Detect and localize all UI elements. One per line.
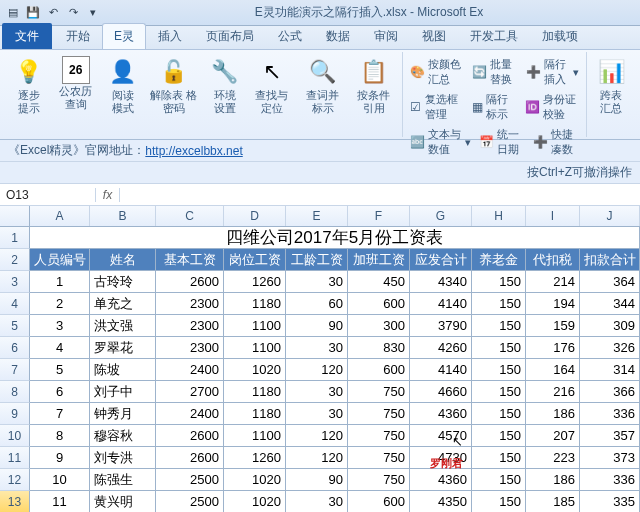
- btn-read-mode[interactable]: 👤阅读 模式: [102, 54, 143, 117]
- tab-review[interactable]: 审阅: [362, 23, 410, 49]
- cell[interactable]: 207: [526, 425, 580, 447]
- cell[interactable]: 1180: [224, 293, 286, 315]
- cell[interactable]: 钟秀月: [90, 403, 156, 425]
- tab-view[interactable]: 视图: [410, 23, 458, 49]
- btn-interval-insert[interactable]: ➕隔行插入▾: [523, 56, 582, 88]
- rowhead-12[interactable]: 12: [0, 469, 30, 491]
- hdr-3[interactable]: 岗位工资: [224, 249, 286, 271]
- cell[interactable]: 150: [472, 491, 526, 512]
- cell[interactable]: 2500: [156, 469, 224, 491]
- cell[interactable]: 830: [348, 337, 410, 359]
- tab-home[interactable]: 开始: [54, 23, 102, 49]
- btn-conditional-ref[interactable]: 📋按条件 引用: [349, 54, 398, 117]
- cell[interactable]: 2600: [156, 271, 224, 293]
- cell[interactable]: 150: [472, 425, 526, 447]
- cell[interactable]: 陈强生: [90, 469, 156, 491]
- cell[interactable]: 90: [286, 469, 348, 491]
- cell[interactable]: 150: [472, 293, 526, 315]
- cell[interactable]: 陈坡: [90, 359, 156, 381]
- btn-step-hint[interactable]: 💡逐步 提示: [8, 54, 49, 117]
- cell[interactable]: 373: [580, 447, 640, 469]
- undo-icon[interactable]: ↶: [44, 4, 62, 22]
- hdr-9[interactable]: 扣款合计: [580, 249, 640, 271]
- rowhead-5[interactable]: 5: [0, 315, 30, 337]
- qat-dropdown-icon[interactable]: ▾: [84, 4, 102, 22]
- cell[interactable]: 2600: [156, 425, 224, 447]
- cell[interactable]: 4360: [410, 469, 472, 491]
- cell[interactable]: 150: [472, 271, 526, 293]
- cell[interactable]: 30: [286, 491, 348, 512]
- redo-icon[interactable]: ↷: [64, 4, 82, 22]
- cell[interactable]: 4570: [410, 425, 472, 447]
- col-G[interactable]: G: [410, 206, 472, 226]
- cell[interactable]: 2700: [156, 381, 224, 403]
- rowhead-8[interactable]: 8: [0, 381, 30, 403]
- cell[interactable]: 750: [348, 469, 410, 491]
- rowhead-7[interactable]: 7: [0, 359, 30, 381]
- cell[interactable]: 357: [580, 425, 640, 447]
- rowhead-1[interactable]: 1: [0, 227, 30, 249]
- col-D[interactable]: D: [224, 206, 286, 226]
- cell[interactable]: 300: [348, 315, 410, 337]
- rowhead-11[interactable]: 11: [0, 447, 30, 469]
- cell[interactable]: 4: [30, 337, 90, 359]
- tab-data[interactable]: 数据: [314, 23, 362, 49]
- cell[interactable]: 223: [526, 447, 580, 469]
- cell[interactable]: 150: [472, 315, 526, 337]
- cell[interactable]: 黄兴明: [90, 491, 156, 512]
- btn-find-locate[interactable]: ↖查找与 定位: [247, 54, 296, 117]
- cell[interactable]: 2400: [156, 359, 224, 381]
- cell[interactable]: 2600: [156, 447, 224, 469]
- cell[interactable]: 1180: [224, 403, 286, 425]
- cell[interactable]: 750: [348, 425, 410, 447]
- col-I[interactable]: I: [526, 206, 580, 226]
- hdr-2[interactable]: 基本工资: [156, 249, 224, 271]
- cell[interactable]: 366: [580, 381, 640, 403]
- tab-addins[interactable]: 加载项: [530, 23, 590, 49]
- cell[interactable]: 186: [526, 403, 580, 425]
- cell[interactable]: 1180: [224, 381, 286, 403]
- cell[interactable]: 2500: [156, 491, 224, 512]
- cell[interactable]: 30: [286, 381, 348, 403]
- cell[interactable]: 1: [30, 271, 90, 293]
- btn-unlock[interactable]: 🔓解除表 格密码: [145, 54, 202, 117]
- cell[interactable]: 150: [472, 359, 526, 381]
- cell[interactable]: 6: [30, 381, 90, 403]
- col-J[interactable]: J: [580, 206, 640, 226]
- cell[interactable]: 2300: [156, 315, 224, 337]
- hdr-0[interactable]: 人员编号: [30, 249, 90, 271]
- tab-page-layout[interactable]: 页面布局: [194, 23, 266, 49]
- cell[interactable]: 1100: [224, 337, 286, 359]
- cell[interactable]: 90: [286, 315, 348, 337]
- cell[interactable]: 穆容秋: [90, 425, 156, 447]
- rowhead-13[interactable]: 13: [0, 491, 30, 512]
- cell[interactable]: 150: [472, 403, 526, 425]
- name-box[interactable]: O13: [0, 188, 96, 202]
- cell[interactable]: 750: [348, 403, 410, 425]
- btn-batch-replace[interactable]: 🔄批量替换: [469, 56, 521, 88]
- hdr-7[interactable]: 养老金: [472, 249, 526, 271]
- cell[interactable]: 750: [348, 447, 410, 469]
- hdr-1[interactable]: 姓名: [90, 249, 156, 271]
- btn-env-settings[interactable]: 🔧环境 设置: [204, 54, 245, 117]
- cell[interactable]: 4660: [410, 381, 472, 403]
- cell[interactable]: 3790: [410, 315, 472, 337]
- hdr-5[interactable]: 加班工资: [348, 249, 410, 271]
- cell[interactable]: 4260: [410, 337, 472, 359]
- cell[interactable]: 1020: [224, 359, 286, 381]
- btn-color-sum[interactable]: 🎨按颜色汇总: [407, 56, 467, 88]
- cell[interactable]: 326: [580, 337, 640, 359]
- cell[interactable]: 刘专洪: [90, 447, 156, 469]
- btn-cross-sum[interactable]: 📊跨表 汇总: [591, 54, 632, 117]
- btn-id-verify[interactable]: 🆔身份证校验: [522, 91, 582, 123]
- col-E[interactable]: E: [286, 206, 348, 226]
- rowhead-2[interactable]: 2: [0, 249, 30, 271]
- cell[interactable]: 750: [348, 381, 410, 403]
- cell[interactable]: 4140: [410, 293, 472, 315]
- cell[interactable]: 古玲玲: [90, 271, 156, 293]
- hdr-8[interactable]: 代扣税: [526, 249, 580, 271]
- btn-unify-date[interactable]: 📅统一日期: [476, 126, 528, 158]
- cell[interactable]: 1100: [224, 425, 286, 447]
- cell[interactable]: 7: [30, 403, 90, 425]
- cell[interactable]: 185: [526, 491, 580, 512]
